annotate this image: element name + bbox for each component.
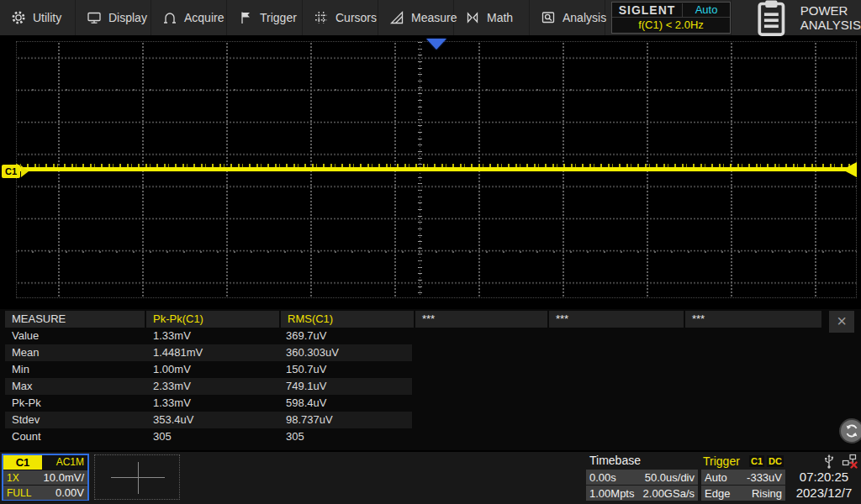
trigger-slope: Rising [752,487,782,500]
channel1-offset-marker[interactable]: C1 [2,165,20,178]
channel1-trace[interactable] [16,167,854,171]
menu-analysis[interactable]: Analysis [530,0,605,35]
timebase-samplerate: 2.00GSa/s [643,487,695,500]
brand-status-box: SIGLENT Auto f(C1) < 2.0Hz [611,2,731,34]
channel1-offset: 0.00V [55,486,84,499]
graticule-minor-dots-lower [16,251,857,253]
channel1-coupling: AC1M [42,455,87,470]
row-label: Pk-Pk [5,395,146,412]
set-square-icon [389,10,404,25]
measure-col-empty-2[interactable]: *** [549,311,684,328]
channel1-scale: 10.0mV/ [44,471,84,484]
menu-acquire[interactable]: Acquire [151,0,227,35]
row-value: 305 [146,428,279,445]
measure-title: MEASURE [5,311,145,328]
menu-utility[interactable]: Utility [0,0,76,35]
measure-col-empty-1[interactable]: *** [415,311,547,328]
menu-display[interactable]: Display [76,0,151,35]
menu-measure-label: Measure [411,11,457,24]
timebase-title: Timebase [586,454,698,469]
gear-icon [11,10,26,25]
menu-math[interactable]: Math [454,0,530,35]
row-value: 150.7uV [279,361,412,378]
row-value: 2.33mV [146,378,279,395]
system-date: 2023/12/7 [789,485,859,501]
grid-icon [314,10,329,25]
menu-measure[interactable]: Measure [378,0,454,35]
trigger-level-marker[interactable] [843,162,857,177]
row-value: 598.4uV [279,395,412,412]
acquisition-status: Auto [683,3,730,16]
magnifier-doc-icon [541,10,556,25]
menu-utility-label: Utility [33,11,61,24]
timebase-scale: 50.0us/div [645,471,695,484]
channel1-probe: 1X [7,472,19,484]
timebase-delay: 0.00s [589,471,616,484]
usb-icon [823,454,835,469]
row-value: 749.1uV [279,378,412,395]
table-row: Pk-Pk 1.33mV 598.4uV [5,395,412,412]
monitor-icon [87,10,102,25]
row-value: 1.33mV [146,328,279,344]
channel1-descriptor-box[interactable]: C1 AC1M 1X 10.0mV/ FULL 0.00V [2,454,89,501]
timebase-memdepth: 1.00Mpts [589,487,634,500]
network-disconnected-icon [842,454,858,469]
oscilloscope-screen: Utility Display Acquire Trigger [0,0,861,504]
row-label: Stdev [5,412,146,428]
measure-col-empty-3[interactable]: *** [685,311,821,328]
trigger-coupling-chip: DC [767,455,784,467]
table-row: Mean 1.4481mV 360.303uV [5,344,412,361]
row-label: Count [5,428,146,445]
measure-col-rms[interactable]: RMS(C1) [281,311,414,328]
channel1-name-chip: C1 [3,455,42,470]
table-row: Value 1.33mV 369.7uV [5,328,412,344]
channel1-offset-arrow-icon [21,165,29,177]
menu-display-label: Display [108,11,147,24]
table-row: Min 1.00mV 150.7uV [5,361,412,378]
trigger-mode: Auto [705,471,727,484]
table-row: Count 305 305 [5,428,412,445]
red-x-icon [852,463,857,468]
system-time: 07:20:25 [789,469,859,485]
row-value: 305 [279,428,412,445]
menu-cursors-label: Cursors [335,11,377,24]
clipboard-icon [750,0,793,39]
power-analysis-label: POWER ANALYSIS [800,3,861,32]
row-value: 360.303uV [279,344,412,361]
trigger-position-marker[interactable] [426,39,446,50]
channel1-bandwidth: FULL [7,487,31,499]
row-value: 353.4uV [146,412,279,428]
clock-area: 07:20:25 2023/12/7 [789,454,859,501]
row-value: 1.00mV [146,361,279,378]
trigger-level: -333uV [747,471,782,484]
trigger-frequency-readout: f(C1) < 2.0Hz [612,18,730,33]
table-row: Max 2.33mV 749.1uV [5,378,412,395]
bowtie-icon [465,10,480,25]
graticule-minor-dots-upper [16,89,857,91]
row-label: Value [5,328,146,344]
menu-analysis-label: Analysis [563,11,606,24]
menu-cursors[interactable]: Cursors [303,0,378,35]
add-channel-placeholder[interactable] [94,454,180,500]
power-analysis-button[interactable]: POWER ANALYSIS [731,0,861,35]
plus-icon [138,462,139,494]
row-value: 1.33mV [146,395,279,412]
menu-math-label: Math [487,11,513,24]
statistics-reset-button[interactable] [839,418,861,444]
row-value: 98.737uV [279,412,412,428]
row-label: Min [5,361,146,378]
measure-close-button[interactable]: × [829,311,854,333]
row-label: Max [5,378,146,395]
trigger-descriptor-box[interactable]: Trigger C1 DC Auto -333uV Edge Rising [701,454,785,501]
top-menu-bar: Utility Display Acquire Trigger [0,0,861,35]
flag-icon [238,10,253,25]
waveform-display[interactable]: C1 [0,39,861,309]
menu-trigger[interactable]: Trigger [227,0,303,35]
trigger-type: Edge [705,487,730,500]
measure-rows: Value 1.33mV 369.7uV Mean 1.4481mV 360.3… [0,328,861,445]
menu-trigger-label: Trigger [260,11,297,24]
measure-col-pkpk[interactable]: Pk-Pk(C1) [146,311,279,328]
timebase-descriptor-box[interactable]: Timebase 0.00s 50.0us/div 1.00Mpts 2.00G… [586,454,698,501]
row-value: 1.4481mV [146,344,279,361]
trigger-title: Trigger [703,454,740,468]
